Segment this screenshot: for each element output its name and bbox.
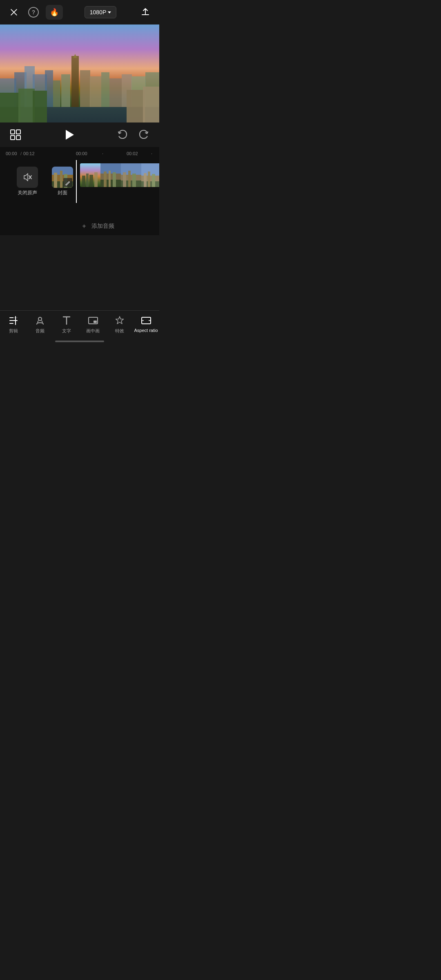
- nav-label-effects: 特效: [115, 328, 124, 334]
- svg-rect-43: [94, 172, 98, 187]
- help-button[interactable]: ?: [26, 5, 41, 20]
- home-indicator: [55, 341, 104, 342]
- svg-rect-40: [82, 176, 85, 187]
- pip-icon: [87, 315, 99, 326]
- nav-item-edit[interactable]: 剪辑: [0, 315, 27, 334]
- edit-icon: [8, 315, 19, 326]
- svg-rect-33: [54, 173, 57, 188]
- tracks-inner: 关闭原声: [0, 160, 159, 203]
- time-ruler: 00:00 / 00:12 00:00 · 00:02 ·: [0, 147, 159, 160]
- fullscreen-button[interactable]: [8, 127, 23, 142]
- cover-icon-bg: [52, 167, 73, 188]
- timeline-area: 00:00 / 00:12 00:00 · 00:02 ·: [0, 122, 159, 235]
- svg-point-63: [38, 317, 42, 321]
- tracks-container[interactable]: 关闭原声: [0, 160, 159, 217]
- svg-rect-25: [16, 130, 20, 134]
- undo-redo-group: [115, 127, 151, 142]
- svg-rect-24: [11, 130, 15, 134]
- add-audio-icon: +: [80, 222, 88, 230]
- svg-rect-15: [109, 78, 122, 107]
- svg-rect-11: [53, 80, 60, 107]
- svg-rect-55: [132, 174, 136, 187]
- nav-item-audio[interactable]: 音频: [27, 315, 53, 334]
- mute-icon-bg: [17, 167, 38, 188]
- cover-tool-item[interactable]: 封面: [48, 167, 77, 196]
- svg-rect-20: [18, 89, 35, 122]
- svg-rect-34: [60, 171, 62, 188]
- nav-label-pip: 画中画: [86, 328, 100, 334]
- svg-rect-49: [113, 172, 116, 187]
- video-track: [80, 163, 159, 187]
- svg-rect-67: [94, 321, 97, 323]
- text-icon: [61, 315, 72, 326]
- nav-item-pip[interactable]: 画中画: [80, 315, 106, 334]
- fire-icon: 🔥: [50, 8, 59, 17]
- add-audio-row[interactable]: + 添加音频: [0, 217, 159, 235]
- svg-rect-21: [33, 91, 47, 122]
- svg-marker-68: [116, 316, 123, 324]
- undo-icon: [117, 129, 128, 140]
- resolution-button[interactable]: 1080P: [85, 6, 116, 18]
- svg-rect-27: [16, 136, 20, 140]
- video-thumb-4: [141, 163, 159, 187]
- nav-label-edit: 剪辑: [9, 328, 18, 334]
- nav-items: 剪辑 音频 文字: [0, 311, 159, 334]
- play-button[interactable]: [60, 126, 78, 144]
- time-marker-dot1: ·: [102, 151, 103, 156]
- nav-item-aspect[interactable]: Aspect ratio: [133, 315, 159, 333]
- svg-rect-54: [128, 171, 131, 187]
- add-audio-label: 添加音频: [91, 223, 114, 230]
- svg-rect-8: [71, 56, 79, 107]
- svg-rect-47: [104, 172, 107, 187]
- playhead[interactable]: [76, 160, 77, 203]
- nav-item-effects[interactable]: 特效: [106, 315, 133, 334]
- svg-rect-48: [109, 171, 111, 187]
- effects-icon: [114, 315, 125, 326]
- close-icon: [9, 8, 18, 17]
- svg-rect-12: [80, 70, 90, 107]
- upload-button[interactable]: [138, 5, 153, 20]
- svg-rect-22: [127, 90, 145, 122]
- svg-rect-26: [11, 136, 15, 140]
- redo-icon: [138, 129, 149, 140]
- mute-label: 关闭原声: [18, 189, 37, 196]
- resolution-label: 1080P: [90, 9, 106, 16]
- undo-button[interactable]: [115, 127, 130, 142]
- svg-rect-10: [61, 74, 70, 107]
- fire-button[interactable]: 🔥: [46, 5, 63, 20]
- playback-controls: [0, 122, 159, 147]
- top-toolbar: ? 🔥 1080P: [0, 0, 159, 24]
- video-thumb-2: [100, 163, 121, 187]
- video-frame: [0, 24, 159, 122]
- redo-button[interactable]: [136, 127, 151, 142]
- svg-rect-59: [144, 173, 147, 187]
- time-marker-dot2: ·: [151, 151, 152, 156]
- audio-icon: [34, 315, 46, 326]
- nav-item-text[interactable]: 文字: [53, 315, 80, 334]
- svg-rect-60: [148, 172, 150, 187]
- svg-rect-61: [152, 174, 155, 187]
- cover-label: 封面: [58, 189, 67, 196]
- time-total: 00:12: [23, 151, 35, 156]
- close-button[interactable]: [7, 5, 21, 20]
- bottom-nav: 剪辑 音频 文字: [0, 310, 159, 345]
- play-icon: [66, 130, 74, 140]
- svg-rect-14: [101, 72, 109, 107]
- video-thumb-1: [80, 163, 100, 187]
- video-thumb-3: [121, 163, 141, 187]
- video-preview: [0, 24, 159, 122]
- toolbar-left: ? 🔥: [7, 5, 63, 20]
- svg-rect-41: [86, 174, 89, 187]
- upload-icon: [140, 7, 150, 17]
- svg-rect-13: [90, 76, 101, 107]
- fullscreen-icon: [10, 129, 21, 140]
- mute-tool-item[interactable]: 关闭原声: [13, 167, 42, 196]
- aspect-ratio-icon: [140, 315, 152, 326]
- time-separator: /: [20, 151, 22, 156]
- svg-rect-23: [143, 87, 159, 122]
- time-marker-start: 00:00: [6, 151, 17, 156]
- mute-icon: [22, 172, 33, 183]
- chevron-down-icon: [108, 11, 111, 13]
- cover-thumbnail: [52, 167, 73, 188]
- nav-label-aspect: Aspect ratio: [134, 328, 158, 333]
